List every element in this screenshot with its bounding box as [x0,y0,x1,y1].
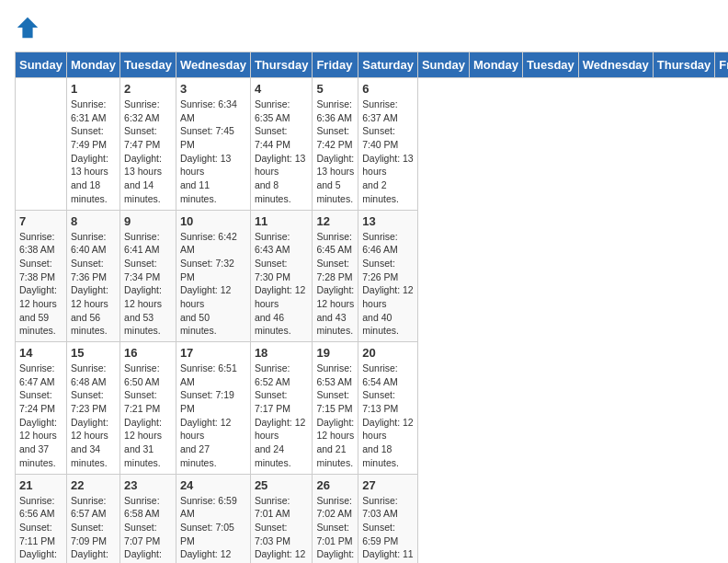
day-cell: 22Sunrise: 6:57 AM Sunset: 7:09 PM Dayli… [66,474,119,563]
header-cell-tuesday: Tuesday [120,52,176,78]
day-number: 14 [19,346,63,360]
day-info: Sunrise: 6:31 AM Sunset: 7:49 PM Dayligh… [71,98,116,206]
day-cell: 7Sunrise: 6:38 AM Sunset: 7:38 PM Daylig… [16,210,67,342]
week-row-2: 14Sunrise: 6:47 AM Sunset: 7:24 PM Dayli… [16,342,729,475]
day-info: Sunrise: 6:46 AM Sunset: 7:26 PM Dayligh… [362,230,414,339]
header-tuesday: Tuesday [523,52,579,78]
day-cell: 27Sunrise: 7:03 AM Sunset: 6:59 PM Dayli… [358,474,418,563]
day-number: 16 [124,346,172,360]
day-number: 2 [124,82,172,96]
header-cell-wednesday: Wednesday [176,52,250,78]
day-number: 24 [180,478,246,492]
calendar-table: SundayMondayTuesdayWednesdayThursdayFrid… [15,52,728,563]
day-cell: 23Sunrise: 6:58 AM Sunset: 7:07 PM Dayli… [120,474,176,563]
day-info: Sunrise: 6:40 AM Sunset: 7:36 PM Dayligh… [71,230,116,339]
day-cell: 14Sunrise: 6:47 AM Sunset: 7:24 PM Dayli… [16,342,67,475]
day-info: Sunrise: 6:34 AM Sunset: 7:45 PM Dayligh… [180,98,246,206]
day-info: Sunrise: 6:50 AM Sunset: 7:21 PM Dayligh… [124,362,172,470]
header-monday: Monday [469,52,522,78]
day-number: 7 [19,214,63,228]
day-cell: 8Sunrise: 6:40 AM Sunset: 7:36 PM Daylig… [66,210,119,342]
header-cell-thursday: Thursday [250,52,313,78]
header-thursday: Thursday [653,52,715,78]
day-cell: 4Sunrise: 6:35 AM Sunset: 7:44 PM Daylig… [250,78,313,211]
day-number: 17 [180,346,246,360]
day-number: 22 [71,478,116,492]
day-cell: 5Sunrise: 6:36 AM Sunset: 7:42 PM Daylig… [313,78,358,211]
day-number: 27 [362,478,414,492]
header [15,15,713,40]
day-number: 26 [316,478,354,492]
week-row-3: 21Sunrise: 6:56 AM Sunset: 7:11 PM Dayli… [16,474,729,563]
logo-icon [15,15,40,40]
day-cell: 11Sunrise: 6:43 AM Sunset: 7:30 PM Dayli… [250,210,313,342]
day-info: Sunrise: 6:54 AM Sunset: 7:13 PM Dayligh… [362,362,414,470]
day-number: 11 [255,214,309,228]
day-info: Sunrise: 6:45 AM Sunset: 7:28 PM Dayligh… [316,230,354,339]
day-info: Sunrise: 6:41 AM Sunset: 7:34 PM Dayligh… [124,230,172,339]
day-number: 15 [71,346,116,360]
day-info: Sunrise: 6:47 AM Sunset: 7:24 PM Dayligh… [19,362,63,470]
day-number: 19 [316,346,354,360]
day-cell: 24Sunrise: 6:59 AM Sunset: 7:05 PM Dayli… [176,474,250,563]
day-number: 6 [362,82,414,96]
day-number: 10 [180,214,246,228]
logo [15,15,44,40]
header-row: SundayMondayTuesdayWednesdayThursdayFrid… [16,52,729,78]
day-cell: 20Sunrise: 6:54 AM Sunset: 7:13 PM Dayli… [358,342,418,475]
day-info: Sunrise: 7:01 AM Sunset: 7:03 PM Dayligh… [255,494,309,564]
day-info: Sunrise: 6:52 AM Sunset: 7:17 PM Dayligh… [255,362,309,470]
day-cell: 18Sunrise: 6:52 AM Sunset: 7:17 PM Dayli… [250,342,313,475]
day-cell: 6Sunrise: 6:37 AM Sunset: 7:40 PM Daylig… [358,78,418,211]
header-cell-saturday: Saturday [358,52,418,78]
svg-marker-0 [17,17,38,38]
day-number: 23 [124,478,172,492]
day-number: 4 [255,82,309,96]
day-cell [16,78,67,211]
header-friday: Friday [715,52,728,78]
day-info: Sunrise: 6:59 AM Sunset: 7:05 PM Dayligh… [180,494,246,564]
day-info: Sunrise: 6:37 AM Sunset: 7:40 PM Dayligh… [362,98,414,206]
day-info: Sunrise: 7:03 AM Sunset: 6:59 PM Dayligh… [362,494,414,564]
day-cell: 15Sunrise: 6:48 AM Sunset: 7:23 PM Dayli… [66,342,119,475]
day-cell: 16Sunrise: 6:50 AM Sunset: 7:21 PM Dayli… [120,342,176,475]
day-number: 8 [71,214,116,228]
day-info: Sunrise: 6:42 AM Sunset: 7:32 PM Dayligh… [180,230,246,339]
day-number: 3 [180,82,246,96]
day-info: Sunrise: 6:57 AM Sunset: 7:09 PM Dayligh… [71,494,116,564]
day-cell: 1Sunrise: 6:31 AM Sunset: 7:49 PM Daylig… [66,78,119,211]
day-number: 21 [19,478,63,492]
day-number: 20 [362,346,414,360]
header-wednesday: Wednesday [578,52,653,78]
day-info: Sunrise: 6:35 AM Sunset: 7:44 PM Dayligh… [255,98,309,206]
day-number: 1 [71,82,116,96]
day-cell: 26Sunrise: 7:02 AM Sunset: 7:01 PM Dayli… [313,474,358,563]
day-number: 5 [316,82,354,96]
day-cell: 25Sunrise: 7:01 AM Sunset: 7:03 PM Dayli… [250,474,313,563]
day-info: Sunrise: 7:02 AM Sunset: 7:01 PM Dayligh… [316,494,354,564]
header-sunday: Sunday [417,52,469,78]
day-info: Sunrise: 6:48 AM Sunset: 7:23 PM Dayligh… [71,362,116,470]
day-cell: 12Sunrise: 6:45 AM Sunset: 7:28 PM Dayli… [313,210,358,342]
day-number: 25 [255,478,309,492]
day-cell: 17Sunrise: 6:51 AM Sunset: 7:19 PM Dayli… [176,342,250,475]
day-number: 9 [124,214,172,228]
day-cell: 2Sunrise: 6:32 AM Sunset: 7:47 PM Daylig… [120,78,176,211]
day-cell: 9Sunrise: 6:41 AM Sunset: 7:34 PM Daylig… [120,210,176,342]
day-cell: 13Sunrise: 6:46 AM Sunset: 7:26 PM Dayli… [358,210,418,342]
header-cell-monday: Monday [66,52,119,78]
day-number: 12 [316,214,354,228]
day-info: Sunrise: 6:43 AM Sunset: 7:30 PM Dayligh… [255,230,309,339]
header-cell-sunday: Sunday [16,52,67,78]
day-info: Sunrise: 6:51 AM Sunset: 7:19 PM Dayligh… [180,362,246,470]
week-row-1: 7Sunrise: 6:38 AM Sunset: 7:38 PM Daylig… [16,210,729,342]
day-info: Sunrise: 6:38 AM Sunset: 7:38 PM Dayligh… [19,230,63,339]
day-cell: 21Sunrise: 6:56 AM Sunset: 7:11 PM Dayli… [16,474,67,563]
day-cell: 19Sunrise: 6:53 AM Sunset: 7:15 PM Dayli… [313,342,358,475]
day-info: Sunrise: 6:53 AM Sunset: 7:15 PM Dayligh… [316,362,354,470]
day-info: Sunrise: 6:36 AM Sunset: 7:42 PM Dayligh… [316,98,354,206]
day-info: Sunrise: 6:56 AM Sunset: 7:11 PM Dayligh… [19,494,63,564]
week-row-0: 1Sunrise: 6:31 AM Sunset: 7:49 PM Daylig… [16,78,729,211]
day-info: Sunrise: 6:32 AM Sunset: 7:47 PM Dayligh… [124,98,172,206]
day-cell: 10Sunrise: 6:42 AM Sunset: 7:32 PM Dayli… [176,210,250,342]
